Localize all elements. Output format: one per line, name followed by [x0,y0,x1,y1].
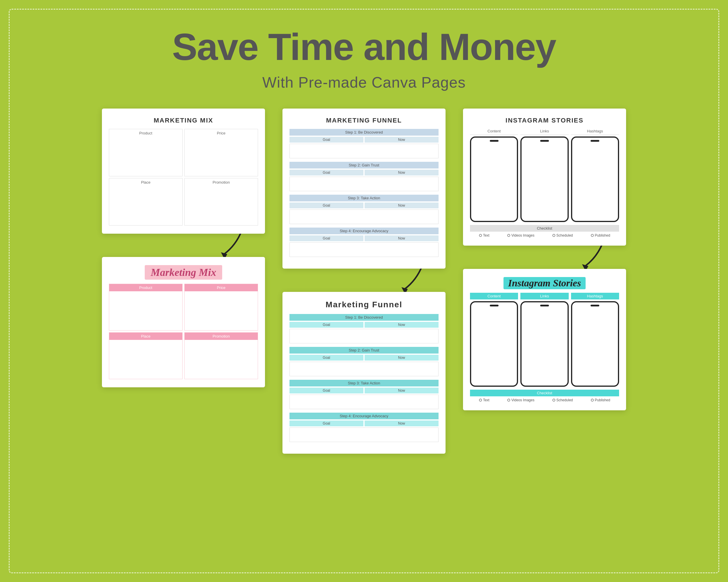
place-cell: Place [109,178,183,225]
ig-title-text: Instagram Stories [503,277,586,289]
marketing-mix-colored-card: Marketing Mix Product Price Place Promot… [102,257,265,387]
ig-phone-4 [470,301,518,387]
funnel-c-s2-box [289,362,439,376]
funnel-c-s3-box [289,395,439,409]
arrow-container-1 [102,234,265,257]
funnel-step-1-row: Goal Now [289,137,439,143]
funnel-c-step-4-row: Goal Now [289,420,439,426]
cards-container: MARKETING MIX Product Price Place Promot… [0,91,728,454]
funnel-step-2-header: Step 2: Gain Trust [289,162,439,168]
ig-hashtags-col-colored: Hashtags [571,293,619,387]
product-label-colored: Product [109,284,182,291]
promotion-box-colored [185,341,258,379]
ig-radio-published-c [591,399,594,401]
funnel-s1-goal: Goal [289,137,363,143]
place-cell-colored: Place [109,332,183,379]
ig-links-label: Links [520,129,568,135]
funnel-c-s3-now: Now [365,388,439,393]
funnel-c-s4-box [289,427,439,442]
arrow-container-2 [283,269,445,292]
ig-phone-5 [520,301,568,387]
promotion-cell-colored: Promotion [184,332,258,379]
funnel-s3-box [289,210,439,224]
ig-phone-2 [520,137,568,222]
marketing-funnel-colored-card: Marketing Funnel Step 1: Be Discovered G… [283,292,445,454]
funnel-s1-now: Now [365,137,439,143]
ig-checklist-items-plain: Text Videos Images Scheduled Published [470,233,619,238]
funnel-s4-box [289,242,439,257]
funnel-step-2: Step 2: Gain Trust Goal Now [289,162,439,191]
price-box-colored [185,293,258,330]
ig-hashtags-label-colored: Hashtags [571,293,619,300]
funnel-step-3-header: Step 3: Take Action [289,195,439,201]
price-label: Price [187,131,255,135]
ig-checklist-colored: Checklist [470,390,619,396]
marketing-mix-plain-grid: Product Price Place Promotion [109,129,258,225]
ig-radio-scheduled-c [552,399,555,401]
ig-colored-grid: Content Links Hashtags [470,293,619,387]
place-box-colored [109,341,182,379]
funnel-s3-now: Now [365,202,439,209]
ig-check-published-label: Published [595,233,610,238]
ig-phone-6 [571,301,619,387]
product-box-colored [109,293,182,330]
marketing-mix-plain-title: MARKETING MIX [109,117,258,124]
product-label: Product [111,131,180,135]
ig-content-label-colored: Content [470,293,518,300]
ig-check-videos: Videos Images [507,233,535,238]
ig-check-published: Published [591,233,610,238]
ig-check-videos-label: Videos Images [511,233,535,238]
funnel-c-step-1-header: Step 1: Be Discovered [289,314,439,321]
ig-check-published-label-c: Published [595,398,610,402]
promotion-cell: Promotion [184,178,258,225]
ig-checklist-plain: Checklist [470,225,619,232]
ig-check-scheduled-c: Scheduled [552,398,573,402]
funnel-s3-goal: Goal [289,202,363,209]
place-box [111,186,180,223]
ig-check-scheduled: Scheduled [552,233,573,238]
ig-check-text-label-c: Text [483,398,490,402]
product-cell-colored: Product [109,284,183,331]
funnel-step-3-row: Goal Now [289,202,439,209]
funnel-c-s1-goal: Goal [289,322,363,328]
funnel-c-step-4: Step 4: Encourage Advocacy Goal Now [289,413,439,442]
ig-radio-text [479,234,482,237]
ig-plain-grid: Content Links Hashtags [470,129,619,222]
promotion-box [187,186,255,223]
marketing-funnel-column: MARKETING FUNNEL Step 1: Be Discovered G… [283,109,445,454]
ig-radio-published [591,234,594,237]
ig-radio-videos-c [507,399,510,401]
marketing-funnel-plain-title: MARKETING FUNNEL [289,117,439,124]
ig-links-col-colored: Links [520,293,568,387]
ig-radio-scheduled [552,234,555,237]
funnel-step-2-row: Goal Now [289,170,439,175]
promotion-label-colored: Promotion [185,333,258,340]
ig-check-scheduled-label-c: Scheduled [556,398,573,402]
funnel-c-s2-now: Now [365,355,439,361]
ig-check-text-c: Text [479,398,490,402]
funnel-step-1-header: Step 1: Be Discovered [289,129,439,136]
funnel-c-step-3: Step 3: Take Action Goal Now [289,380,439,409]
ig-phone-3 [571,137,619,222]
instagram-stories-colored-card: Instagram Stories Content Links Hashtags… [463,269,626,410]
ig-check-videos-label-c: Videos Images [511,398,535,402]
funnel-s2-goal: Goal [289,170,363,175]
funnel-s4-goal: Goal [289,235,363,241]
funnel-s2-box [289,177,439,191]
price-cell-colored: Price [184,284,258,331]
ig-radio-text-c [479,399,482,401]
ig-check-text-label: Text [483,233,490,238]
funnel-s2-now: Now [365,170,439,175]
funnel-c-step-1: Step 1: Be Discovered Goal Now [289,314,439,343]
ig-hashtags-col: Hashtags [571,129,619,222]
funnel-s4-now: Now [365,235,439,241]
funnel-c-s4-now: Now [365,420,439,426]
ig-check-published-c: Published [591,398,610,402]
product-box [111,137,180,174]
ig-content-col-colored: Content [470,293,518,387]
funnel-step-4: Step 4: Encourage Advocacy Goal Now [289,227,439,257]
instagram-stories-plain-title: INSTAGRAM STORIES [470,117,619,124]
marketing-mix-colored-title: Marketing Mix [109,265,258,280]
ig-phone-1 [470,137,518,222]
place-label-colored: Place [109,333,182,340]
